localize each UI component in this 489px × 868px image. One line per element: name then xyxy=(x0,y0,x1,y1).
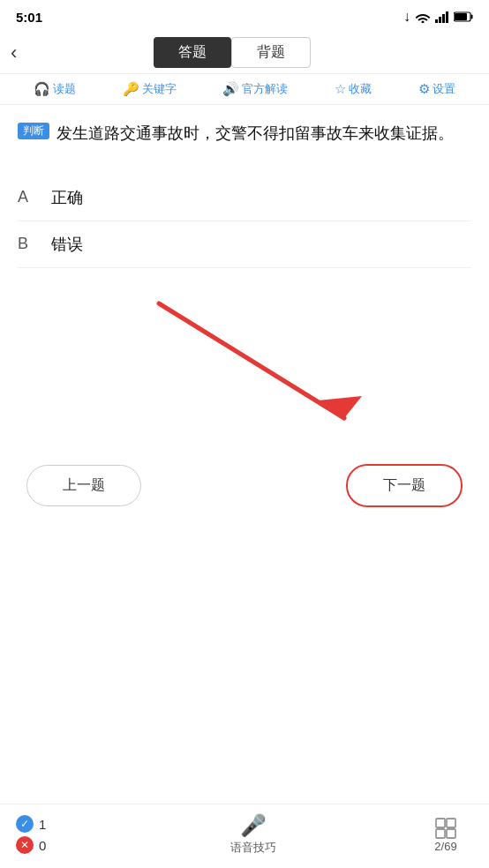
wrong-icon: ✕ xyxy=(16,836,34,854)
toolbar-keyword-label: 关键字 xyxy=(142,81,177,97)
option-b-text: 错误 xyxy=(51,234,83,255)
svg-rect-5 xyxy=(455,13,467,20)
bottom-bar: ✓ 1 ✕ 0 🎤 语音技巧 2/69 xyxy=(0,804,489,868)
svg-rect-12 xyxy=(447,829,455,838)
signal-icon xyxy=(435,11,449,23)
question-text: 发生道路交通事故时，交警不得扣留事故车来收集证据。 xyxy=(56,121,454,146)
mic-label: 语音技巧 xyxy=(230,840,276,856)
options-area: A 正确 B 错误 xyxy=(0,166,489,277)
option-a[interactable]: A 正确 xyxy=(18,175,471,221)
collect-icon: ☆ xyxy=(335,81,346,97)
option-a-label: A xyxy=(18,188,37,206)
page-info[interactable]: 2/69 xyxy=(418,817,489,853)
wrong-stat: ✕ 0 xyxy=(16,836,88,854)
status-bar: 5:01 ↓ xyxy=(0,0,489,32)
correct-stat: ✓ 1 xyxy=(16,815,88,833)
question-area: 判断 发生道路交通事故时，交警不得扣留事故车来收集证据。 xyxy=(0,105,489,166)
tab-answer[interactable]: 答题 xyxy=(154,37,231,68)
official-icon: 🔊 xyxy=(222,81,239,97)
toolbar: 🎧 读题 🔑 关键字 🔊 官方解读 ☆ 收藏 ⚙ 设置 xyxy=(0,74,489,105)
header: ‹ 答题 背题 xyxy=(0,32,489,74)
back-button[interactable]: ‹ xyxy=(11,40,24,66)
svg-rect-6 xyxy=(471,15,473,19)
nav-buttons: 上一题 下一题 xyxy=(0,453,489,518)
toolbar-official-label: 官方解读 xyxy=(242,81,288,97)
download-icon: ↓ xyxy=(403,9,410,25)
battery-icon xyxy=(454,11,473,22)
settings-icon: ⚙ xyxy=(418,81,430,97)
svg-rect-11 xyxy=(436,829,445,838)
toolbar-settings-label: 设置 xyxy=(433,81,455,97)
correct-count: 1 xyxy=(39,817,46,832)
svg-rect-10 xyxy=(447,819,455,827)
prev-button[interactable]: 上一题 xyxy=(26,465,141,506)
tab-background[interactable]: 背题 xyxy=(231,37,311,68)
grid-icon xyxy=(434,817,457,840)
toolbar-settings[interactable]: ⚙ 设置 xyxy=(418,81,455,97)
question-type-badge: 判断 xyxy=(18,123,49,139)
svg-rect-2 xyxy=(442,14,445,23)
svg-rect-1 xyxy=(439,17,441,23)
status-time: 5:01 xyxy=(16,10,42,25)
read-icon: 🎧 xyxy=(34,81,50,97)
svg-rect-9 xyxy=(436,819,445,827)
toolbar-read-label: 读题 xyxy=(53,81,76,97)
question-header: 判断 发生道路交通事故时，交警不得扣留事故车来收集证据。 xyxy=(18,121,471,146)
bottom-stats: ✓ 1 ✕ 0 xyxy=(0,815,88,854)
arrow-annotation-svg xyxy=(18,277,471,453)
page-label: 2/69 xyxy=(434,840,456,853)
svg-rect-0 xyxy=(435,19,438,23)
wrong-count: 0 xyxy=(39,838,46,853)
mic-button[interactable]: 🎤 语音技巧 xyxy=(88,813,418,856)
next-button[interactable]: 下一题 xyxy=(346,464,463,507)
tab-group: 答题 背题 xyxy=(24,37,440,68)
option-a-text: 正确 xyxy=(51,187,83,208)
toolbar-collect-label: 收藏 xyxy=(349,81,372,97)
annotation-area xyxy=(18,277,471,453)
toolbar-read[interactable]: 🎧 读题 xyxy=(34,81,76,97)
svg-line-7 xyxy=(159,303,344,418)
correct-icon: ✓ xyxy=(16,815,34,833)
toolbar-collect[interactable]: ☆ 收藏 xyxy=(335,81,372,97)
option-b-label: B xyxy=(18,235,37,253)
wifi-icon xyxy=(415,11,431,23)
mic-icon: 🎤 xyxy=(240,813,267,838)
svg-rect-3 xyxy=(446,11,448,23)
toolbar-keyword[interactable]: 🔑 关键字 xyxy=(123,81,177,97)
status-icons: ↓ xyxy=(403,9,473,25)
keyword-icon: 🔑 xyxy=(123,81,139,97)
option-b[interactable]: B 错误 xyxy=(18,221,471,268)
toolbar-official[interactable]: 🔊 官方解读 xyxy=(222,81,288,97)
